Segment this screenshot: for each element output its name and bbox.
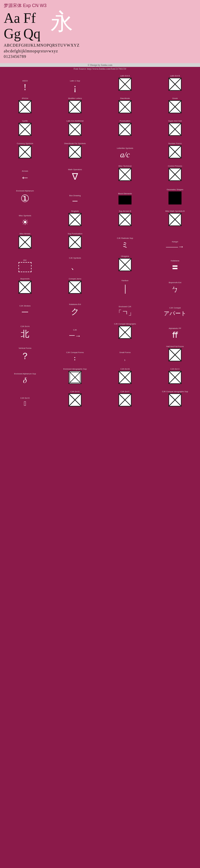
block-symbol-container — [18, 123, 32, 137]
xbox-icon — [119, 258, 131, 271]
block-black-symbol — [168, 191, 182, 205]
block-label: ASCII — [23, 80, 28, 82]
block-cell: CJK Ext D𫙊 — [0, 386, 50, 409]
block-label: Hiragana — [121, 255, 129, 257]
block-symbol-container: 𫙊 — [24, 400, 26, 407]
block-symbol-container — [119, 213, 131, 227]
block-label: Misc Math Symbols B — [165, 210, 185, 213]
block-label: CJK Compat Ideographs — [114, 323, 136, 325]
xbox-icon — [69, 123, 81, 136]
cjk-d-symbol: 𫙊 — [24, 400, 26, 407]
block-symbol-container: 𝛿 — [23, 376, 27, 385]
block-symbol-container: ク — [71, 306, 79, 317]
block-label: Enclosed Alphanum Sup — [14, 373, 36, 375]
block-symbol-container — [69, 123, 81, 137]
block-label: IPA Ext — [22, 97, 28, 100]
xbox-icon — [69, 213, 81, 226]
block-label: Currency Symbols — [17, 142, 33, 145]
block-label: Math Operators — [68, 168, 82, 171]
block-cell: CJK Ext A北 — [0, 319, 50, 341]
xbox-icon — [69, 145, 81, 158]
demo-char-qq: Qq — [23, 26, 40, 41]
block-cell: Kanbun｜ — [100, 274, 150, 296]
block-symbol-container: 〓 — [171, 262, 178, 272]
block-cell: CJK Ext E — [50, 386, 100, 409]
block-label: Enclosed Alphanum — [16, 190, 34, 192]
xbox-icon — [119, 326, 131, 339]
block-cell: Latin Ext Additional — [50, 116, 100, 138]
xbox-icon — [119, 213, 131, 226]
block-label: Control Pictures — [168, 165, 182, 167]
dash-short-symbol: 一 — [22, 308, 29, 316]
block-symbol-container — [168, 348, 182, 362]
block-cell: Compat Jamo — [50, 274, 100, 296]
xbox-icon — [119, 123, 131, 136]
cjk-char-a-symbol: ㄅ — [171, 285, 179, 293]
block-cell: CJK Ext F — [100, 386, 150, 409]
block-cell: Punctuation — [100, 116, 150, 138]
block-symbol-container — [69, 100, 81, 114]
block-label: Block Elements — [118, 192, 132, 195]
block-cell: Latin Ext A — [100, 71, 150, 93]
block-cell: CJK Ext B — [100, 364, 150, 386]
font-demo-row: Aa Ff Gg Qq 永 — [4, 10, 196, 41]
block-label: Misc Arrows — [19, 232, 30, 235]
xbox-icon — [168, 394, 182, 406]
block-cell: Geometric Shapes — [150, 183, 200, 206]
block-symbol-container: 一 — [22, 308, 29, 317]
block-label: Diacriticals — [120, 97, 130, 100]
block-cell: CJK Radicals Supミ — [100, 228, 150, 251]
comma-cjk-symbol: 、 — [71, 261, 80, 271]
block-label: CJK — [73, 329, 77, 331]
block-label: Misc Symbols — [19, 215, 31, 217]
xbox-icon — [168, 348, 182, 361]
block-cell: Latin 1 Sup¡ — [50, 71, 100, 93]
block-cell: Katakana〓 — [150, 251, 200, 274]
xbox-icon — [119, 394, 131, 406]
block-cell: Greek — [150, 93, 200, 116]
block-symbol-container: アパート — [164, 310, 187, 317]
block-label: Small Forms — [120, 351, 131, 354]
dashed-rect-symbol — [18, 262, 32, 272]
block-cell: IDC — [0, 251, 50, 274]
block-label: Compat Jamo — [69, 278, 81, 280]
block-label: Geometric Shapes — [167, 188, 183, 191]
block-label: Katakana — [171, 259, 179, 262]
xbox-icon — [18, 281, 32, 294]
block-symbol-container — [119, 78, 131, 92]
block-cell: IPA Ext — [0, 93, 50, 116]
xbox-icon — [18, 236, 32, 249]
xbox-ornate-icon — [69, 371, 81, 384]
katakana-word-symbol: アパート — [164, 310, 187, 316]
block-cell: CJK一→ — [50, 319, 100, 341]
block-label: CJK Ext B — [120, 368, 129, 370]
xbox-icon — [69, 236, 81, 249]
block-symbol-container — [119, 100, 131, 114]
xbox-icon — [168, 145, 182, 158]
block-symbol-container: ─ — [73, 197, 78, 205]
vert-line-symbol: ｜ — [121, 283, 129, 293]
arrow-left-symbol: ← — [21, 173, 30, 182]
xbox-icon — [69, 281, 81, 294]
xbox-icon — [69, 100, 81, 113]
block-symbol-container — [18, 262, 32, 272]
block-cell: Enclosed Alphanum① — [0, 183, 50, 206]
source-bar: Font Source: http://www.fontke.com/font/… — [0, 67, 200, 71]
exclaim-symbol: ! — [24, 82, 27, 92]
block-cell: Sup Arrows B — [100, 206, 150, 228]
block-label: Dingbats — [71, 210, 79, 213]
font-demo-latin: Aa Ff Gg Qq — [4, 10, 40, 41]
ff-ligature-symbol: ﬀ — [172, 331, 178, 340]
demo-char-gg: Gg — [4, 26, 21, 41]
block-symbol-container — [119, 123, 131, 137]
arrow-cjk-symbol: 一→ — [69, 333, 81, 339]
block-cell: Box Drawing─ — [50, 183, 100, 206]
block-cell: Katakana Extク — [50, 296, 100, 319]
block-cell: Diacriticals — [100, 93, 150, 116]
block-symbol-container — [18, 281, 32, 295]
xbox-icon — [69, 394, 81, 406]
block-label: Arrows — [22, 170, 28, 173]
block-cell: Enclosed CJK「ㄱ」 — [100, 296, 150, 319]
block-symbol-container: ﬀ — [172, 330, 178, 340]
xbox-icon — [168, 213, 182, 226]
